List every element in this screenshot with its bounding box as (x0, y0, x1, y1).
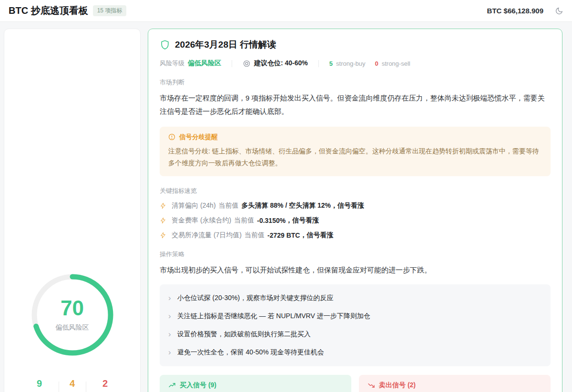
report-meta: 风险等级 偏低风险区 建议仓位: 40-60% 5 strong-buy 0 (160, 59, 551, 68)
indicators-section-label: 关键指标速览 (160, 187, 551, 195)
shield-icon (160, 40, 170, 50)
buy-signal-count: 9 (28, 379, 51, 388)
strategy-section-label: 操作策略 (160, 250, 551, 259)
content-area: 70 偏低风险区 9 买入信号 4 中性 2 卖出信号 (0, 22, 572, 392)
action-list: › 小仓位试探 (20-30%)，观察市场对关键支撑位的反应 › 关注链上指标是… (160, 284, 551, 366)
divider (318, 60, 319, 67)
action-item: › 避免一次性全仓，保留 40-50% 现金等待更佳机会 (168, 343, 542, 362)
risk-score: 70 (61, 298, 84, 319)
indicator-count-badge: 15 项指标 (93, 5, 127, 16)
trend-up-icon (168, 382, 176, 389)
divider (232, 60, 232, 67)
sell-signals-title: 卖出信号 (2) (379, 381, 416, 390)
report-title: 2026年3月28日 行情解读 (175, 39, 276, 51)
dark-mode-toggle[interactable] (555, 7, 563, 15)
strong-sell-count: 0 (375, 60, 378, 67)
indicator-row: 清算偏向 (24h) 当前值 多头清算 88% / 空头清算 12% ，信号看涨 (160, 201, 551, 210)
risk-gauge: 70 偏低风险区 (31, 273, 114, 357)
neutral-stat: 4 中性 (59, 379, 86, 392)
neutral-count: 4 (67, 379, 78, 388)
app-title: BTC 抄底逃顶看板 (9, 4, 88, 17)
target-icon (243, 60, 251, 68)
lightning-icon (160, 202, 166, 209)
sell-signal-count: 2 (94, 379, 117, 388)
market-report-card: 2026年3月28日 行情解读 风险等级 偏低风险区 建议仓位: 40-60% … (148, 29, 562, 392)
warning-text: 注意信号分歧: 链上指标、市场情绪、衍生品偏多，但资金流向偏空。这种分歧通常出现… (168, 145, 542, 169)
lightning-icon (160, 217, 166, 224)
warning-title: 信号分歧提醒 (179, 133, 218, 141)
chevron-right-icon: › (168, 348, 171, 356)
moon-icon (555, 7, 563, 15)
sell-signals-box: 卖出信号 (2) MACD (12/26/9), BTC ETF 资金流 (7日… (359, 375, 551, 392)
market-judgement-text: 市场存在一定程度的回调，9 项指标开始发出买入信号。但资金流向维度仍存在压力，整… (160, 91, 551, 118)
sell-signal-stat: 2 卖出信号 (86, 379, 124, 392)
buy-signals-title: 买入信号 (9) (180, 381, 216, 390)
alert-circle-icon (168, 133, 175, 141)
risk-gauge-panel: 70 偏低风险区 9 买入信号 4 中性 2 卖出信号 (4, 29, 141, 392)
btc-price: BTC $66,128.909 (487, 7, 543, 15)
trend-down-icon (368, 382, 375, 389)
action-item: › 设置价格预警，如跌破前低则执行第二批买入 (168, 325, 542, 343)
lightning-icon (160, 232, 166, 239)
chevron-right-icon: › (168, 294, 171, 302)
market-section-label: 市场判断 (160, 78, 551, 87)
strong-sell-label: strong-sell (382, 60, 410, 67)
strong-buy-count: 5 (329, 60, 333, 67)
indicator-row: 交易所净流量 (7日均值) 当前值 -2729 BTC ，信号看涨 (160, 231, 551, 240)
risk-level-value: 偏低风险区 (188, 59, 221, 68)
risk-zone-label: 偏低风险区 (56, 323, 89, 332)
action-item: › 小仓位试探 (20-30%)，观察市场对关键支撑位的反应 (168, 289, 542, 307)
signal-divergence-warning: 信号分歧提醒 注意信号分歧: 链上指标、市场情绪、衍生品偏多，但资金流向偏空。这… (160, 127, 551, 176)
chevron-right-icon: › (168, 330, 171, 338)
position-suggestion: 建议仓位: 40-60% (254, 59, 308, 68)
app-header: BTC 抄底逃顶看板 15 项指标 BTC $66,128.909 (0, 0, 572, 22)
buy-signal-stat: 9 买入信号 (20, 379, 59, 392)
indicator-row: 资金费率 (永续合约) 当前值 -0.3150% ，信号看涨 (160, 216, 551, 225)
strong-buy-label: strong-buy (336, 60, 365, 67)
main-column: 2026年3月28日 行情解读 风险等级 偏低风险区 建议仓位: 40-60% … (148, 29, 562, 392)
risk-level-label: 风险等级 (160, 59, 184, 68)
buy-signals-box: 买入信号 (9) 恐惧贪婪指数, NUPL 净未实现盈亏, MVRV 市场价值/… (160, 375, 351, 392)
action-item: › 关注链上指标是否继续恶化 — 若 NUPL/MVRV 进一步下降则加仓 (168, 307, 542, 325)
chevron-right-icon: › (168, 312, 171, 320)
signal-stats: 9 买入信号 4 中性 2 卖出信号 (4, 379, 140, 392)
strategy-text: 市场出现初步的买入信号，可以开始试探性建仓，但保留现金应对可能的进一步下跌。 (160, 263, 551, 277)
